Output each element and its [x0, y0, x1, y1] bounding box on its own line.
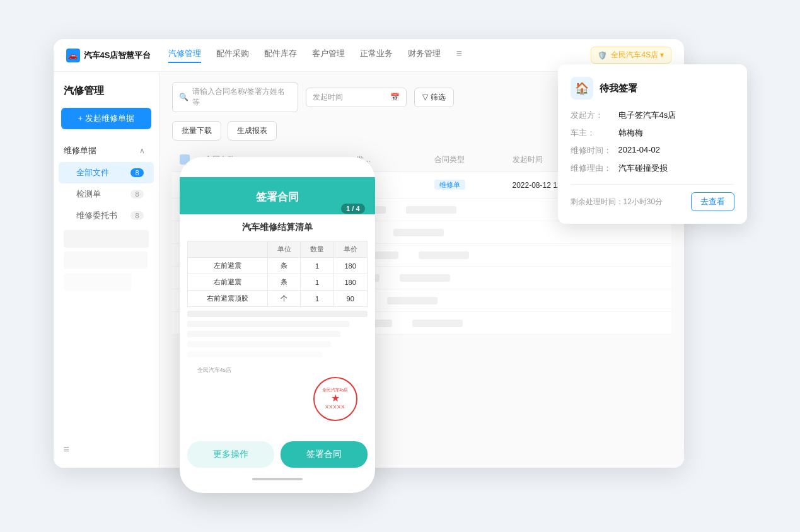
shield-icon: 🛡️ — [598, 51, 607, 60]
item-qty-2: 1 — [301, 274, 334, 291]
nav-tab-normal[interactable]: 正常业务 — [360, 48, 393, 63]
sidebar: 汽修管理 + 发起维修单据 维修单据 ∧ 全部文件 8 检测单 8 维修委托书 … — [54, 72, 159, 468]
item-qty-1: 1 — [301, 258, 334, 274]
sidebar-badge-all: 8 — [130, 168, 143, 177]
nav-more-icon[interactable]: ≡ — [456, 48, 461, 63]
nav-tab-finance[interactable]: 财务管理 — [408, 48, 441, 63]
info-row-owner: 车主： 韩梅梅 — [571, 127, 734, 139]
item-qty-3: 1 — [301, 291, 334, 307]
batch-download-button[interactable]: 批量下载 — [172, 121, 221, 141]
col-header-qty: 数量 — [301, 241, 334, 258]
item-unit-2: 条 — [267, 274, 301, 291]
phone-notch — [252, 157, 303, 171]
info-value-repair-time: 2021-04-02 — [618, 145, 661, 154]
seal-area: 全民汽车4s店 全民汽车4s店 ★ XXXXX — [187, 361, 368, 426]
house-icon: 🏠 — [571, 77, 593, 100]
store-name: 全民汽车4S店 ▾ — [611, 50, 664, 61]
date-placeholder: 发起时间 — [313, 92, 343, 103]
info-card: 🏠 待我签署 发起方： 电子签汽车4s店 车主： 韩梅梅 维修时间： 2021-… — [558, 64, 747, 224]
ph-time-4 — [400, 274, 450, 282]
item-price-1: 180 — [333, 258, 367, 274]
seal-label-text: 全民汽车4s店 — [197, 366, 357, 374]
nav-tab-parts-purchase[interactable]: 配件采购 — [216, 48, 249, 63]
filter-button[interactable]: ▽ 筛选 — [414, 88, 454, 107]
row-type: 维修单 — [434, 180, 507, 190]
store-badge[interactable]: 🛡️ 全民汽车4S店 ▾ — [591, 47, 671, 64]
phone-footer: 更多操作 签署合同 — [180, 434, 375, 475]
phone-content: 汽车维修结算清单 单位 数量 单价 左前避震 条 1 180 — [180, 214, 375, 434]
nav-right: 🛡️ 全民汽车4S店 ▾ — [591, 47, 671, 64]
sidebar-title: 汽修管理 — [54, 84, 159, 108]
remaining-time: 剩余处理时间：12小时30分 — [571, 197, 663, 207]
search-input-wrapper[interactable]: 🔍 请输入合同名称/签署方姓名等 — [172, 82, 298, 112]
ph-time — [406, 206, 456, 214]
info-value-initiator: 电子签汽车4s店 — [618, 110, 676, 121]
phone-mockup: 签署合同 1 / 4 汽车维修结算清单 单位 数量 单价 左前避震 条 — [180, 157, 375, 493]
header-type: 合同类型 — [434, 154, 507, 165]
seal-bottom-text: XXXXX — [325, 405, 345, 410]
generate-report-button[interactable]: 生成报表 — [228, 121, 277, 141]
chevron-up-icon[interactable]: ∧ — [136, 144, 149, 157]
info-value-owner: 韩梅梅 — [618, 127, 643, 139]
doc-table: 单位 数量 单价 左前避震 条 1 180 右前避震 条 1 — [187, 241, 368, 307]
item-price-3: 90 — [333, 291, 367, 307]
nav-tab-repair[interactable]: 汽修管理 — [168, 48, 201, 63]
search-icon: 🔍 — [179, 93, 188, 101]
info-card-header: 🏠 待我签署 — [571, 77, 734, 100]
nav-tab-customer[interactable]: 客户管理 — [312, 48, 345, 63]
section-label: 维修单据 — [64, 145, 96, 156]
phone-home-bar — [252, 478, 303, 480]
col-header-price: 单价 — [333, 241, 367, 258]
info-card-title: 待我签署 — [600, 83, 637, 95]
ph-time-5 — [387, 297, 438, 304]
sidebar-item-all-files[interactable]: 全部文件 8 — [59, 162, 154, 183]
filter-icon: ▽ — [422, 93, 428, 101]
type-badge: 维修单 — [434, 180, 465, 190]
logo-area: 🚗 汽车4S店智慧平台 — [66, 49, 151, 62]
doc-title: 汽车维修结算清单 — [187, 222, 368, 233]
ph-time-6 — [412, 320, 463, 327]
item-name-3: 右前避震顶胶 — [187, 291, 267, 307]
phone-header: 签署合同 1 / 4 — [180, 177, 375, 214]
item-unit-1: 条 — [267, 258, 301, 274]
view-button[interactable]: 去查看 — [691, 192, 734, 211]
info-label-reason: 维修理由： — [571, 163, 616, 174]
page-indicator: 1 / 4 — [341, 204, 364, 214]
sidebar-badge-inspection: 8 — [130, 190, 143, 199]
item-unit-3: 个 — [267, 291, 301, 307]
item-name-1: 左前避震 — [187, 258, 267, 274]
sidebar-badge-commission: 8 — [130, 211, 143, 220]
ph-time-2 — [393, 229, 444, 236]
info-label-owner: 车主： — [571, 127, 616, 139]
col-header-name — [187, 241, 267, 258]
logo-text: 汽车4S店智慧平台 — [84, 50, 151, 61]
doc-table-row-1: 左前避震 条 1 180 — [187, 258, 367, 274]
calendar-icon: 📅 — [390, 93, 400, 101]
sidebar-item-label: 检测单 — [76, 188, 101, 200]
sign-contract-button[interactable]: 签署合同 — [281, 441, 368, 468]
sidebar-item-label: 维修委托书 — [76, 210, 117, 221]
nav-tab-parts-store[interactable]: 配件库存 — [264, 48, 297, 63]
info-label-initiator: 发起方： — [571, 110, 616, 121]
doc-table-row-3: 右前避震顶胶 个 1 90 — [187, 291, 367, 307]
sidebar-item-commission[interactable]: 维修委托书 8 — [59, 205, 154, 226]
menu-icon[interactable]: ≡ — [64, 444, 69, 455]
sidebar-placeholder-3 — [64, 273, 132, 291]
seal-top-text: 全民汽车4s店 — [322, 388, 349, 393]
doc-ph-1 — [187, 311, 368, 317]
info-card-footer: 剩余处理时间：12小时30分 去查看 — [571, 184, 734, 211]
info-row-initiator: 发起方： 电子签汽车4s店 — [571, 110, 734, 121]
more-actions-button[interactable]: 更多操作 — [187, 441, 274, 468]
date-input-wrapper[interactable]: 发起时间 📅 — [306, 88, 407, 107]
filter-label: 筛选 — [431, 92, 446, 103]
info-row-reason: 维修理由： 汽车碰撞受损 — [571, 163, 734, 174]
sidebar-item-inspection[interactable]: 检测单 8 — [59, 183, 154, 205]
phone-title: 签署合同 — [256, 191, 299, 203]
sidebar-placeholder-1 — [64, 230, 149, 248]
nav-tabs: 汽修管理 配件采购 配件库存 客户管理 正常业务 财务管理 ≡ — [168, 48, 573, 63]
doc-ph-5 — [187, 351, 323, 357]
add-repair-button[interactable]: + 发起维修单据 — [61, 108, 151, 129]
info-row-repair-time: 维修时间： 2021-04-02 — [571, 145, 734, 156]
item-name-2: 右前避震 — [187, 274, 267, 291]
col-header-unit: 单位 — [267, 241, 301, 258]
